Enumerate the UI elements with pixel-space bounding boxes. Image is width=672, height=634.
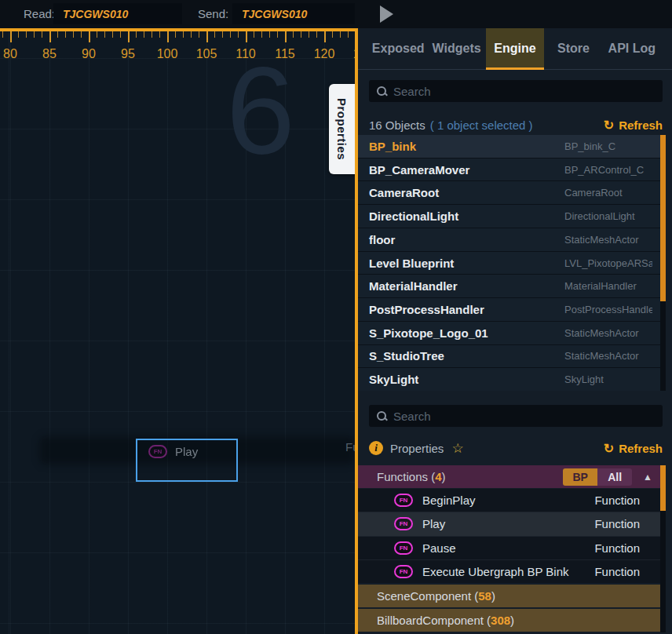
send-input[interactable] <box>232 3 355 24</box>
objects-scrollbar-thumb[interactable] <box>660 135 666 301</box>
table-row[interactable]: CameraRootCameraRoot <box>358 181 660 204</box>
bp-all-toggle: BP All <box>563 468 632 486</box>
refresh-label: Refresh <box>619 118 663 132</box>
ruler-major-tick <box>49 31 51 42</box>
table-row[interactable]: MaterialHandlerMaterialHandler <box>358 275 660 297</box>
table-row[interactable]: DirectionalLightDirectionalLight <box>358 205 660 228</box>
ruler-label: 85 <box>42 47 57 61</box>
function-type: Function <box>594 541 640 555</box>
functions-count: 4 <box>435 470 441 483</box>
scene-viewport[interactable]: 80859095100105110115120125 6 FN Play Fun… <box>0 28 358 634</box>
object-class: DirectionalLight <box>564 210 652 222</box>
ruler-minor-tick <box>81 31 82 38</box>
object-name: floor <box>369 233 395 246</box>
objects-scrollbar[interactable] <box>660 135 666 391</box>
functions-scrollbar[interactable] <box>660 465 666 632</box>
ruler-minor-tick <box>332 31 333 38</box>
ruler-minor-tick <box>97 31 97 38</box>
all-filter-button[interactable]: All <box>597 468 632 486</box>
functions-scrollbar-thumb[interactable] <box>660 465 666 511</box>
function-row[interactable]: FNExecute Ubergraph BP BinkFunction <box>358 560 660 583</box>
function-row[interactable]: FNBeginPlayFunction <box>358 489 660 512</box>
object-name: BP_CameraMover <box>369 163 469 177</box>
table-row[interactable]: S_StudioTreeStaticMeshActor <box>358 345 660 368</box>
object-name: S_Pixotope_Logo_01 <box>369 326 488 340</box>
objects-search-input[interactable] <box>393 85 656 98</box>
bp-filter-button[interactable]: BP <box>563 468 597 486</box>
properties-refresh-button[interactable]: ↻ Refresh <box>604 441 663 456</box>
ruler-minor-tick <box>183 31 184 38</box>
component-section-header[interactable]: BillboardComponent (308) <box>358 609 660 632</box>
object-class: BP_bink_C <box>564 140 652 152</box>
ruler-major-tick <box>324 31 326 42</box>
function-row[interactable]: FNPlayFunction <box>358 512 660 535</box>
ruler-minor-tick <box>199 31 199 38</box>
tab-api-log[interactable]: API Log <box>603 28 661 69</box>
read-input[interactable] <box>53 3 182 24</box>
component-title-close: ) <box>491 589 495 603</box>
ruler-major-tick <box>89 31 90 42</box>
object-class: LVL_PixotopeARSample.. <box>564 257 652 269</box>
ruler-major-tick <box>128 31 130 42</box>
table-row[interactable]: S_Pixotope_Logo_01StaticMeshActor <box>358 322 660 344</box>
engine-panel: ExposedWidgetsEngineStoreAPI Log 16 Obje… <box>358 28 672 634</box>
properties-flyout-tab[interactable]: Properties <box>329 84 355 174</box>
ruler-minor-tick <box>214 31 215 38</box>
function-icon: FN <box>394 565 413 578</box>
ruler-minor-tick <box>175 31 176 38</box>
send-label: Send: <box>198 7 228 20</box>
objects-list: BP_binkBP_bink_CBP_CameraMoverBP_ARContr… <box>358 135 660 391</box>
functions-section-header[interactable]: Functions ( 4 ) BP All ▲ <box>358 465 660 488</box>
ruler-minor-tick <box>112 31 113 38</box>
object-class: MaterialHandler <box>564 280 652 292</box>
tab-store[interactable]: Store <box>544 28 602 69</box>
collapse-icon[interactable]: ▲ <box>643 472 652 483</box>
countdown-digit: 6 <box>226 36 295 185</box>
ruler-major-tick <box>167 31 169 42</box>
play-icon <box>380 5 393 23</box>
ruler-minor-tick <box>301 31 301 38</box>
properties-search-input[interactable] <box>393 410 656 423</box>
play-button[interactable] <box>375 4 399 24</box>
object-name: S_StudioTree <box>369 349 444 363</box>
table-row[interactable]: Level BlueprintLVL_PixotopeARSample.. <box>358 252 660 275</box>
tab-widgets[interactable]: Widgets <box>427 28 485 69</box>
ruler-minor-tick <box>348 31 349 38</box>
objects-search[interactable] <box>369 80 663 102</box>
refresh-icon: ↻ <box>604 118 614 133</box>
tab-label: Widgets <box>433 42 481 56</box>
component-title-close: ) <box>510 614 514 627</box>
table-row[interactable]: PostProcessHandlerPostProcessHandler <box>358 298 660 321</box>
tab-exposed[interactable]: Exposed <box>369 28 427 69</box>
properties-title: Properties <box>390 442 444 455</box>
object-class: StaticMeshActor <box>564 234 652 246</box>
ghost-play-label: Play <box>175 445 198 458</box>
properties-search[interactable] <box>369 405 663 427</box>
ruler-label: 105 <box>196 47 217 61</box>
drag-drop-target-outline[interactable]: FN Play <box>136 439 238 482</box>
objects-header: 16 Objects ( 1 object selected ) ↻ Refre… <box>369 116 663 133</box>
table-row[interactable]: BP_binkBP_bink_C <box>358 135 660 158</box>
function-name: BeginPlay <box>422 494 476 507</box>
functions-list: FNBeginPlayFunctionFNPlayFunctionFNPause… <box>358 489 660 583</box>
function-row[interactable]: FNPauseFunction <box>358 537 660 559</box>
search-icon <box>376 86 387 97</box>
function-name: Execute Ubergraph BP Bink <box>422 565 569 578</box>
favorite-star-icon[interactable]: ☆ <box>451 440 463 457</box>
objects-refresh-button[interactable]: ↻ Refresh <box>604 118 663 133</box>
function-icon: FN <box>394 517 413 530</box>
ruler-minor-tick <box>42 31 42 38</box>
ruler-major-tick <box>10 31 12 42</box>
horizontal-ruler: 80859095100105110115120125 <box>0 31 358 66</box>
tab-engine[interactable]: Engine <box>486 28 544 69</box>
object-name: PostProcessHandler <box>369 303 484 316</box>
component-count: 308 <box>491 614 510 627</box>
component-title: SceneComponent ( <box>377 589 478 603</box>
ruler-minor-tick <box>144 31 144 38</box>
tab-label: API Log <box>608 42 656 56</box>
table-row[interactable]: floorStaticMeshActor <box>358 228 660 251</box>
function-icon: FN <box>394 494 413 507</box>
table-row[interactable]: BP_CameraMoverBP_ARControl_C <box>358 158 660 181</box>
component-section-header[interactable]: SceneComponent (58) <box>358 585 660 607</box>
table-row[interactable]: SkyLightSkyLight <box>358 368 660 391</box>
